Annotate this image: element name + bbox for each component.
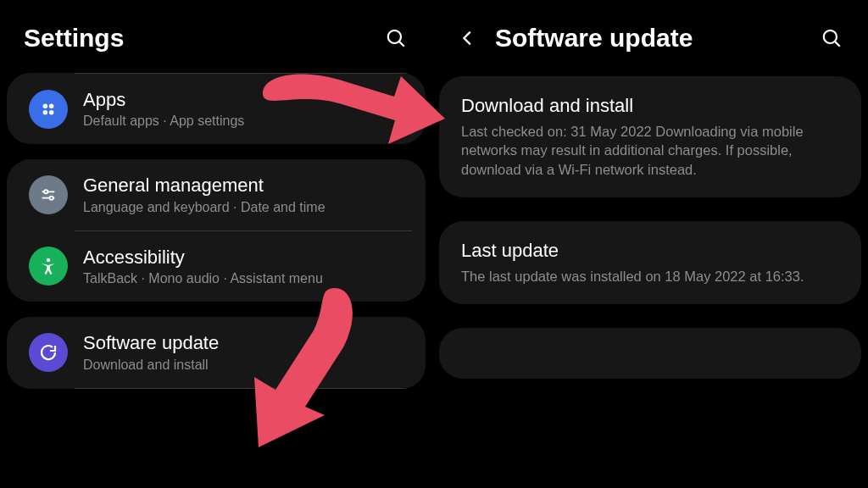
page-title: Software update: [495, 24, 819, 53]
download-and-install-card[interactable]: Download and install Last checked on: 31…: [439, 76, 861, 197]
settings-item-apps[interactable]: Apps Default apps · App settings: [20, 74, 412, 144]
last-update-card[interactable]: Last update The last update was installe…: [439, 221, 861, 304]
svg-point-10: [47, 258, 50, 262]
svg-point-11: [824, 30, 837, 43]
settings-item-title: Accessibility: [83, 247, 323, 269]
back-button[interactable]: [456, 26, 480, 50]
apps-icon: [29, 90, 68, 129]
divider: [75, 388, 412, 389]
search-button[interactable]: [819, 25, 844, 51]
placeholder-card: [439, 328, 861, 379]
software-update-panel: Software update Download and install Las…: [432, 0, 868, 488]
card-body: The last update was installed on 18 May …: [461, 267, 839, 286]
chevron-left-icon: [459, 29, 477, 47]
settings-item-sub: Default apps · App settings: [83, 114, 244, 129]
page-title: Settings: [24, 24, 124, 53]
software-update-header: Software update: [439, 0, 861, 73]
settings-item-general[interactable]: General management Language and keyboard…: [20, 159, 412, 230]
settings-item-sub: Download and install: [83, 358, 219, 373]
svg-point-5: [49, 110, 53, 115]
svg-point-0: [388, 30, 401, 43]
settings-item-accessibility[interactable]: Accessibility TalkBack · Mono audio · As…: [20, 231, 412, 302]
update-icon: [29, 333, 68, 372]
search-icon: [821, 27, 843, 49]
card-title: Last update: [461, 240, 839, 262]
svg-line-12: [835, 42, 840, 47]
settings-item-title: Apps: [83, 89, 244, 111]
svg-point-9: [50, 197, 53, 200]
svg-point-8: [44, 190, 47, 193]
settings-group-3: Software update Download and install: [7, 317, 426, 388]
settings-sliders-icon: [29, 175, 68, 214]
settings-item-title: General management: [83, 175, 326, 197]
settings-header: Settings: [7, 0, 426, 73]
card-title: Download and install: [461, 95, 839, 117]
search-icon: [385, 27, 407, 49]
accessibility-icon: [29, 247, 68, 286]
settings-item-title: Software update: [83, 332, 219, 354]
svg-line-1: [399, 42, 404, 47]
svg-point-2: [43, 103, 48, 108]
settings-group-1: Apps Default apps · App settings: [7, 73, 426, 144]
settings-item-sub: TalkBack · Mono audio · Assistant menu: [83, 271, 323, 286]
svg-point-4: [43, 110, 48, 115]
svg-point-3: [49, 103, 53, 108]
settings-item-software-update[interactable]: Software update Download and install: [20, 317, 412, 387]
settings-group-2: General management Language and keyboard…: [7, 159, 426, 302]
settings-panel: Settings Apps Default apps · App setting…: [0, 0, 432, 488]
search-button[interactable]: [383, 25, 409, 51]
settings-item-sub: Language and keyboard · Date and time: [83, 200, 326, 215]
card-body: Last checked on: 31 May 2022 Downloading…: [461, 122, 839, 179]
